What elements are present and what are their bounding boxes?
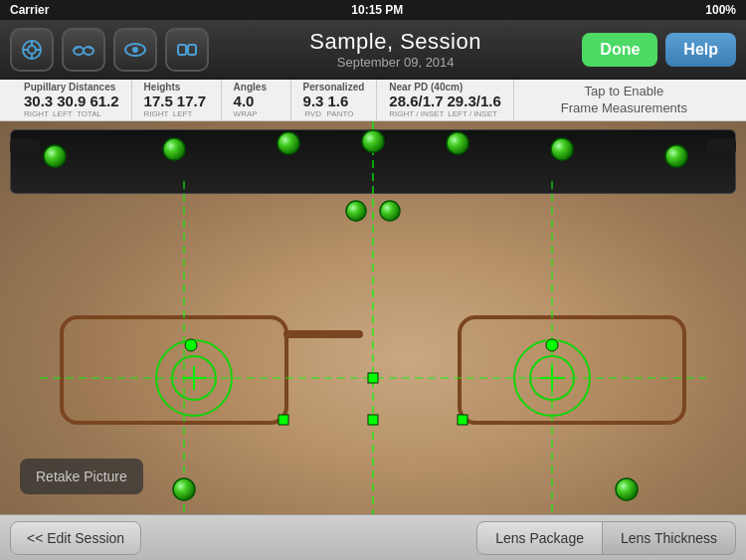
near-pd-title: Near PD (40cm) (389, 82, 500, 93)
personalized-group: Personalized 9.3 1.6 RVD PANTO (291, 80, 378, 120)
frame-bar (10, 129, 736, 194)
time-label: 10:15 PM (351, 3, 403, 17)
left-arm (10, 139, 40, 153)
header-icons (10, 28, 209, 72)
personalized-rvd-val: 9.3 (303, 93, 324, 109)
pd-right-val: 30.3 (24, 93, 53, 109)
tap-enable-text: Tap to Enable Frame Measurements (526, 84, 722, 117)
battery-label: 100% (705, 3, 736, 17)
heights-title: Heights (144, 82, 209, 93)
angles-label: WRAP (234, 109, 258, 118)
status-bar: Carrier 10:15 PM 100% (0, 0, 746, 20)
icon-btn-3[interactable] (113, 28, 157, 72)
pd-labels: RIGHT LEFT TOTAL (24, 109, 119, 118)
svg-rect-13 (188, 45, 196, 55)
near-pd-labels: RIGHT / INSET LEFT / INSET (389, 109, 500, 118)
session-title: Sample, Session (209, 29, 582, 55)
svg-rect-12 (178, 45, 186, 55)
heights-right-val: 17.5 (144, 93, 173, 109)
personalized-title: Personalized (303, 82, 365, 93)
pd-total-label: TOTAL (77, 109, 101, 118)
near-pd-left-label: LEFT / INSET (448, 109, 497, 118)
personalized-labels: RVD PANTO (303, 109, 365, 118)
session-date: September 09, 2014 (209, 55, 582, 70)
pd-total-val: 61.2 (90, 93, 118, 109)
pd-left-label: LEFT (53, 109, 73, 118)
edit-session-button[interactable]: << Edit Session (10, 521, 141, 555)
pupillary-distances-group: Pupillary Distances 30.3 30.9 61.2 RIGHT… (12, 80, 132, 120)
status-right: 100% (705, 3, 736, 17)
heights-values: 17.5 17.7 (144, 93, 209, 109)
pd-title: Pupillary Distances (24, 82, 119, 93)
near-pd-right-val: 28.6/1.7 (389, 93, 443, 109)
left-lens-frame (60, 315, 288, 425)
angles-group: Angles 4.0 WRAP (222, 80, 291, 120)
personalized-panto-label: PANTO (327, 109, 354, 118)
near-pd-group: Near PD (40cm) 28.6/1.7 29.3/1.6 RIGHT /… (377, 80, 513, 120)
personalized-rvd-label: RVD (303, 109, 323, 118)
main-image: Retake Picture (0, 121, 746, 514)
icon-btn-1[interactable] (10, 28, 54, 72)
personalized-panto-val: 1.6 (327, 93, 348, 109)
glasses-bridge (283, 330, 363, 338)
angles-title: Angles (234, 82, 279, 93)
heights-left-val: 17.7 (177, 93, 206, 109)
bottom-right-buttons: Lens Package Lens Thickness (476, 521, 736, 555)
done-button[interactable]: Done (582, 33, 657, 67)
near-pd-values: 28.6/1.7 29.3/1.6 (389, 93, 500, 109)
angles-labels: WRAP (234, 109, 279, 118)
measurements-bar: Pupillary Distances 30.3 30.9 61.2 RIGHT… (0, 80, 746, 121)
header-title: Sample, Session September 09, 2014 (209, 29, 582, 70)
tap-enable-group[interactable]: Tap to Enable Frame Measurements (514, 82, 734, 119)
right-lens-frame (458, 315, 686, 425)
pd-right-label: RIGHT (24, 109, 49, 118)
pd-left-val: 30.9 (57, 93, 86, 109)
heights-left-label: LEFT (173, 109, 193, 118)
right-arm (706, 139, 736, 153)
svg-point-11 (132, 47, 138, 53)
angles-values: 4.0 (234, 93, 279, 109)
heights-right-label: RIGHT (144, 109, 169, 118)
header: Sample, Session September 09, 2014 Done … (0, 20, 746, 80)
lens-thickness-button[interactable]: Lens Thickness (603, 521, 736, 555)
bottom-toolbar: << Edit Session Lens Package Lens Thickn… (0, 514, 746, 560)
retake-picture-button[interactable]: Retake Picture (20, 459, 143, 494)
angles-val: 4.0 (234, 93, 255, 109)
carrier-label: Carrier (10, 3, 49, 17)
help-button[interactable]: Help (665, 33, 736, 67)
svg-point-1 (28, 46, 36, 54)
personalized-values: 9.3 1.6 (303, 93, 365, 109)
heights-group: Heights 17.5 17.7 RIGHT LEFT (132, 80, 222, 120)
lens-package-button[interactable]: Lens Package (476, 521, 603, 555)
icon-btn-4[interactable] (165, 28, 209, 72)
icon-btn-2[interactable] (62, 28, 105, 72)
pd-values: 30.3 30.9 61.2 (24, 93, 119, 109)
header-actions: Done Help (582, 33, 736, 67)
near-pd-right-label: RIGHT / INSET (389, 109, 444, 118)
heights-labels: RIGHT LEFT (144, 109, 209, 118)
near-pd-left-val: 29.3/1.6 (448, 93, 501, 109)
